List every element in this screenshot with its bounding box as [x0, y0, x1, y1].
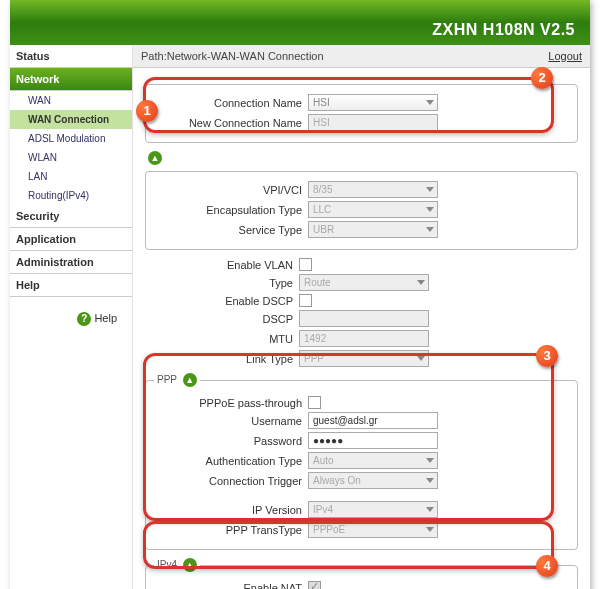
annotation-badge-3: 3: [536, 345, 558, 367]
type-select[interactable]: Route: [299, 274, 429, 291]
nav-administration[interactable]: Administration: [10, 251, 132, 274]
nav-status[interactable]: Status: [10, 45, 132, 68]
ip-version-label: IP Version: [154, 504, 308, 516]
link-type-select[interactable]: PPP: [299, 350, 429, 367]
logout-link[interactable]: Logout: [548, 50, 582, 62]
ppp-legend: PPP: [157, 374, 177, 385]
username-label: Username: [154, 415, 308, 427]
enable-nat-label: Enable NAT: [154, 582, 308, 589]
encapsulation-type-label: Encapsulation Type: [154, 204, 308, 216]
nav-adsl-modulation[interactable]: ADSL Modulation: [10, 129, 132, 148]
service-type-label: Service Type: [154, 224, 308, 236]
nav-wlan[interactable]: WLAN: [10, 148, 132, 167]
enable-vlan-checkbox[interactable]: [299, 258, 312, 271]
enable-dscp-label: Enable DSCP: [145, 295, 299, 307]
mtu-input[interactable]: [299, 330, 429, 347]
username-input[interactable]: [308, 412, 438, 429]
mtu-label: MTU: [145, 333, 299, 345]
encapsulation-type-select[interactable]: LLC: [308, 201, 438, 218]
enable-vlan-label: Enable VLAN: [145, 259, 299, 271]
nav-wan[interactable]: WAN: [10, 91, 132, 110]
dscp-label: DSCP: [145, 313, 299, 325]
breadcrumb-bar: Path:Network-WAN-WAN Connection Logout: [133, 45, 590, 68]
auth-type-label: Authentication Type: [154, 455, 308, 467]
nav-lan[interactable]: LAN: [10, 167, 132, 186]
help-label: Help: [94, 312, 117, 324]
password-label: Password: [154, 435, 308, 447]
content-area: Path:Network-WAN-WAN Connection Logout C…: [133, 45, 590, 589]
annotation-badge-1: 1: [136, 100, 158, 122]
password-input[interactable]: [308, 432, 438, 449]
ppp-collapse-icon[interactable]: ▲: [183, 373, 197, 387]
ppp-transtype-label: PPP TransType: [154, 524, 308, 536]
enable-dscp-checkbox[interactable]: [299, 294, 312, 307]
device-model: ZXHN H108N V2.5: [432, 21, 575, 38]
ipv4-collapse-icon[interactable]: ▲: [183, 558, 197, 572]
nav-network[interactable]: Network: [10, 68, 132, 91]
ipv4-legend: IPv4: [157, 559, 177, 570]
new-connection-name-input[interactable]: [308, 114, 438, 131]
nav-routing-ipv4[interactable]: Routing(IPv4): [10, 186, 132, 205]
section-ipv4: IPv4 ▲ Enable NAT ✓: [145, 558, 578, 589]
section-wan-params: VPI/VCI 8/35 Encapsulation Type LLC Serv…: [145, 171, 578, 250]
vpi-vci-label: VPI/VCI: [154, 184, 308, 196]
section-ppp: PPP ▲ PPPoE pass-through Username Passwo…: [145, 373, 578, 550]
collapse-toggle-icon[interactable]: ▲: [148, 151, 162, 165]
annotation-badge-2: 2: [531, 67, 553, 89]
ip-version-select[interactable]: IPv4: [308, 501, 438, 518]
dscp-input[interactable]: [299, 310, 429, 327]
help-icon: ?: [77, 312, 91, 326]
connection-trigger-label: Connection Trigger: [154, 475, 308, 487]
type-label: Type: [145, 277, 299, 289]
connection-name-select[interactable]: HSI: [308, 94, 438, 111]
nav-security[interactable]: Security: [10, 205, 132, 228]
connection-trigger-select[interactable]: Always On: [308, 472, 438, 489]
connection-name-label: Connection Name: [154, 97, 308, 109]
pppoe-passthrough-label: PPPoE pass-through: [154, 397, 308, 409]
enable-nat-checkbox[interactable]: ✓: [308, 581, 321, 589]
help-footer[interactable]: ?Help: [10, 297, 132, 341]
service-type-select[interactable]: UBR: [308, 221, 438, 238]
ppp-transtype-select[interactable]: PPPoE: [308, 521, 438, 538]
auth-type-select[interactable]: Auto: [308, 452, 438, 469]
sidebar: Status Network WAN WAN Connection ADSL M…: [10, 45, 133, 589]
nav-application[interactable]: Application: [10, 228, 132, 251]
link-type-label: Link Type: [145, 353, 299, 365]
breadcrumb: Path:Network-WAN-WAN Connection: [141, 50, 324, 62]
pppoe-passthrough-checkbox[interactable]: [308, 396, 321, 409]
new-connection-name-label: New Connection Name: [154, 117, 308, 129]
nav-wan-connection[interactable]: WAN Connection: [10, 110, 132, 129]
annotation-badge-4: 4: [536, 555, 558, 577]
vpi-vci-select[interactable]: 8/35: [308, 181, 438, 198]
app-header: ZXHN H108N V2.5: [10, 0, 590, 45]
nav-help[interactable]: Help: [10, 274, 132, 297]
section-connection: Connection Name HSI New Connection Name: [145, 84, 578, 143]
